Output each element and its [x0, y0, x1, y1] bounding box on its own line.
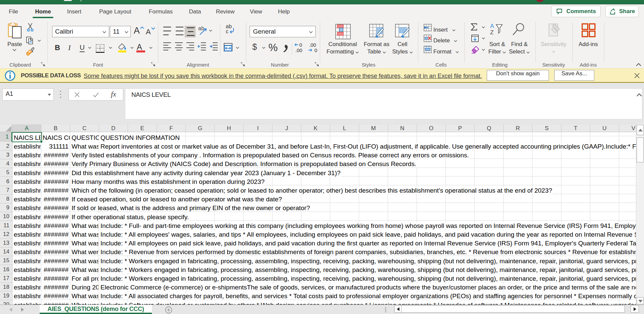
svg-text:c: c — [226, 29, 228, 34]
svg-text:0: 0 — [314, 47, 317, 53]
svg-text:ab: ab — [198, 26, 204, 31]
svg-text:.00: .00 — [295, 47, 302, 53]
svg-text:.00: .00 — [309, 43, 316, 48]
svg-text:Z: Z — [490, 29, 493, 36]
svg-text:A: A — [490, 23, 494, 29]
svg-text:0: 0 — [299, 43, 302, 48]
